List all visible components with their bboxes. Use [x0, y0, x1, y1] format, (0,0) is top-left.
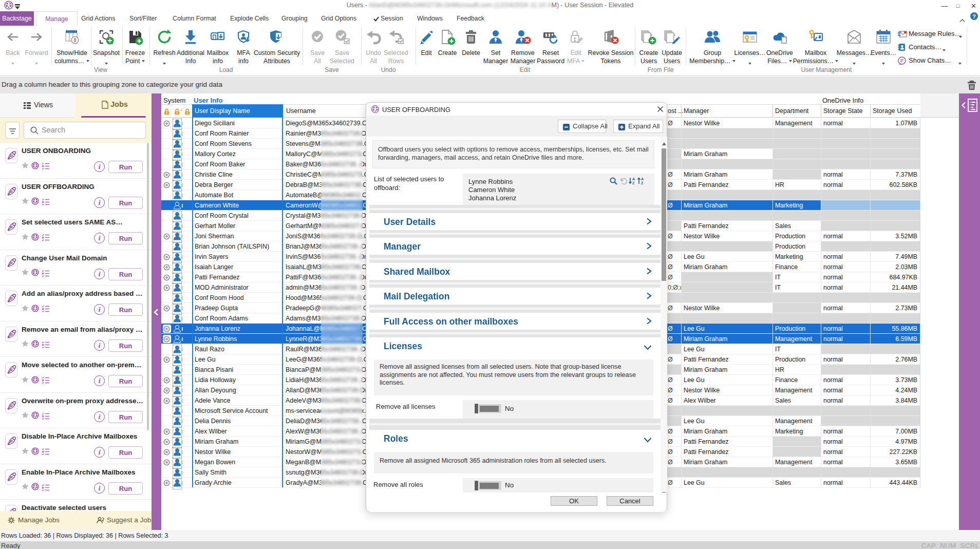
svg-text:Z: Z: [641, 181, 644, 185]
svg-text:?: ?: [972, 13, 976, 20]
svg-text:Z: Z: [632, 181, 635, 185]
